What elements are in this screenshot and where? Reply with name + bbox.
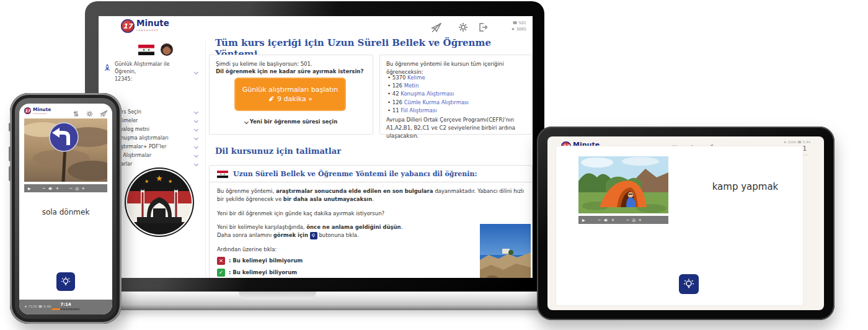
volume-down[interactable]: − xyxy=(598,218,601,223)
chevron-down-icon[interactable] xyxy=(194,145,198,149)
gear-icon[interactable] xyxy=(458,22,468,35)
volume-up[interactable]: + xyxy=(56,186,60,191)
gold-star-icon: ★ xyxy=(144,179,149,184)
sidebar-intro-line2: Öğrenin, xyxy=(115,68,169,76)
marketing-composite: 17 Minute LANGUAGES ☎ 501 ★ 3065 xyxy=(0,0,868,330)
chevron-down-icon[interactable] xyxy=(194,162,198,166)
phone-status-bar: ★ 7130 ☎ 9:49 7:14 xyxy=(19,300,112,314)
start-line2: Dil öğrenmek için ne kadar süre ayırmak … xyxy=(216,68,363,76)
app-logo: 17 Minute LANGUAGES xyxy=(24,107,51,115)
speaker-icon xyxy=(604,218,609,223)
volume-up[interactable]: + xyxy=(611,218,615,223)
instructions-card: Uzun Süreli Bellek ve Öğrenme Yöntemi il… xyxy=(209,165,533,278)
gold-star-icon: ★ xyxy=(156,174,163,183)
change-duration-label: Yeni bir öğrenme süresi seçin xyxy=(250,118,338,125)
speed-dial-icon[interactable]: ◎ xyxy=(632,218,636,223)
sidebar-item-konusma[interactable]: Konuşma alıştırmaları xyxy=(115,135,169,141)
overview-bullets: • 5370 Kelime • 126 Metin • 42 Konuşma A… xyxy=(388,74,469,115)
link-kelime[interactable]: Kelime xyxy=(407,74,425,81)
flashcard: ▶ − + − ◎ + kamp yapmak xyxy=(556,146,803,305)
mosque-silhouette xyxy=(132,186,187,227)
chevron-down-icon[interactable] xyxy=(194,127,198,132)
change-duration-link[interactable]: Yeni bir öğrenme süresi seçin xyxy=(210,118,373,125)
speed-down[interactable]: − xyxy=(626,218,629,223)
logo-tagline: LANGUAGES xyxy=(33,113,51,115)
turn-left-sign-photo xyxy=(24,118,107,182)
section-title: Dil kursunuz için talimatlar xyxy=(215,146,341,156)
bullet-row: • 11 Fiil Alıştırması xyxy=(388,107,469,115)
speed-down[interactable]: − xyxy=(69,186,73,191)
bullet-row: • 42 Konuşma Alıştırması xyxy=(388,90,469,98)
speaker-icon xyxy=(48,186,53,191)
timer-progress xyxy=(52,308,79,310)
video-controls[interactable]: ▶ − + − ◎ + xyxy=(578,216,668,224)
link-konusma[interactable]: Konuşma Alıştırması xyxy=(401,91,454,97)
dont-know-row: × : Bu kelimeyi bilmiyorum xyxy=(217,257,525,265)
cefr-note: Avrupa Dilleri Ortak Çerçeve Programı(CE… xyxy=(386,116,526,140)
tablet-bezel: 17 Minute LANGUAGES ★ 1090 ☎ 5:49 xyxy=(537,127,835,320)
user-avatar[interactable] xyxy=(161,43,173,58)
link-fiil[interactable]: Fiil Alıştırması xyxy=(401,107,436,114)
star-stat-icon: ★ xyxy=(512,27,515,32)
dont-know-label: : Bu kelimeyi bilmiyorum xyxy=(229,257,303,265)
phone-side-button xyxy=(9,146,11,161)
phone-stat-icon: ☎ xyxy=(797,140,802,144)
logout-icon[interactable] xyxy=(478,22,488,35)
phone-side-button xyxy=(9,123,11,132)
sidebar-intro[interactable]: Günlük Alıştırmalar ile Öğrenin, 12345: xyxy=(115,61,169,83)
speed-dial-icon[interactable]: ◎ xyxy=(75,186,79,191)
chevron-down-icon[interactable] xyxy=(194,153,198,158)
vocabulary-video: ▶ − + − ◎ + xyxy=(578,156,668,221)
camping-photo xyxy=(578,156,668,213)
x-mark-icon[interactable]: × xyxy=(217,257,225,265)
show-answer-button[interactable] xyxy=(679,274,699,294)
lightbulb-icon xyxy=(60,276,71,287)
chevron-down-icon[interactable] xyxy=(194,70,198,74)
syria-mosque-emblem: ★ ★ ★ xyxy=(127,170,192,234)
link-metin[interactable]: Metin xyxy=(404,82,419,89)
instructions-p3: Yeni bir kelimeyle karşılaştığında, önce… xyxy=(217,223,465,239)
instructions-p2: Yeni bir dil öğrenmek için günde kaç dak… xyxy=(217,210,525,218)
speed-up[interactable]: + xyxy=(638,218,642,223)
laptop-stats: ☎ 501 ★ 3065 xyxy=(512,20,526,33)
phone-side-button xyxy=(9,166,11,181)
start-button-line2: 9 dakika » xyxy=(277,95,312,103)
play-icon[interactable]: ▶ xyxy=(28,186,31,190)
phone-timer: 7:14 xyxy=(19,302,112,307)
phone-bezel: 17 Minute LANGUAGES xyxy=(10,93,122,324)
know-label: : Bu kelimeyi biliyorum xyxy=(229,269,297,277)
sidebar-item-pdf[interactable]: Alıştırmalar+ PDF'ler xyxy=(115,144,166,149)
instructions-p1: Bu öğrenme yöntemi, araştırmalar sonucun… xyxy=(217,187,525,203)
show-answer-button[interactable] xyxy=(56,272,75,291)
logo-word: Minute xyxy=(136,19,169,28)
bullet-row: • 126 Metin xyxy=(388,82,469,90)
know-row: ✓ : Bu kelimeyi biliyorum xyxy=(217,269,525,277)
check-mark-icon[interactable]: ✓ xyxy=(217,269,225,277)
video-controls[interactable]: ▶ − + − ◎ + xyxy=(24,184,107,192)
star-stat-icon: ★ xyxy=(784,140,787,144)
speed-up[interactable]: + xyxy=(81,186,85,191)
vocabulary-video: ▶ − + − ◎ + xyxy=(24,118,107,192)
play-icon[interactable]: ▶ xyxy=(582,218,585,222)
landscape-photo xyxy=(480,224,531,278)
syria-flag-icon xyxy=(217,171,228,178)
lightbulb-icon xyxy=(683,278,695,290)
logo-17-icon: 17 xyxy=(121,19,135,33)
tablet-screen: 17 Minute LANGUAGES ★ 1090 ☎ 5:49 xyxy=(547,136,824,310)
volume-down[interactable]: − xyxy=(42,186,46,191)
bullet-row: • 126 Cümle Kurma Alıştırması xyxy=(388,99,469,107)
logo-tagline: LANGUAGES xyxy=(136,29,169,32)
start-button-line1: Günlük alıştırmaları başlatın xyxy=(242,86,339,94)
chevron-down-icon[interactable] xyxy=(194,136,198,140)
logo-17-icon: 17 xyxy=(24,107,31,114)
start-daily-exercises-button[interactable]: Günlük alıştırmaları başlatın 9 dakika » xyxy=(234,78,346,111)
app-logo: 17 Minute LANGUAGES xyxy=(121,19,169,33)
gold-star-icon: ★ xyxy=(168,179,172,184)
plane-crossed-icon[interactable] xyxy=(431,22,441,35)
chevron-down-icon[interactable] xyxy=(194,110,198,114)
chevron-down-icon[interactable] xyxy=(194,118,198,123)
phone-stat-icon: ☎ xyxy=(512,20,517,25)
link-cumle[interactable]: Cümle Kurma Alıştırması xyxy=(404,99,469,105)
laptop-notch xyxy=(239,292,316,299)
tablet-mini-stats: ★ 1090 ☎ 5:49 xyxy=(784,140,810,144)
